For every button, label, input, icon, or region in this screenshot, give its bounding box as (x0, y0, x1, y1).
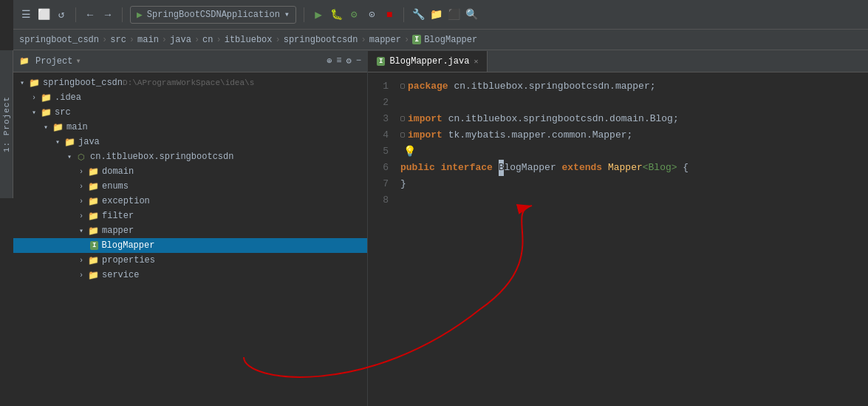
refresh-icon[interactable]: ↺ (55, 8, 68, 21)
tree-item-blogmapper[interactable]: I BlogMapper (13, 238, 367, 253)
tree-label-enums: enums (102, 181, 129, 192)
tree-label-package: cn.itbluebox.springbootcsdn (90, 152, 233, 162)
tree-item-package[interactable]: ▾ ⬡ cn.itbluebox.springbootcsdn (13, 149, 367, 164)
tree-item-mapper[interactable]: ▾ 📁 mapper (13, 223, 367, 238)
tree-label-src: src (55, 107, 71, 118)
tree-item-exception[interactable]: › 📁 exception (13, 194, 367, 209)
tree-label-idea: .idea (55, 92, 81, 103)
tree-label-exception: exception (102, 196, 150, 206)
tree-item-properties[interactable]: › 📁 properties (13, 253, 367, 268)
breadcrumb-blogmapper[interactable]: BlogMapper (424, 35, 477, 45)
add-icon[interactable]: ⊕ (327, 55, 332, 67)
code-line-7: } (400, 176, 868, 192)
tree-label-java: java (78, 137, 100, 147)
project-side-tab[interactable]: 1: Project (0, 50, 13, 198)
tree-label-main: main (66, 122, 88, 132)
ide-window: 1: Project ☰ ⬜ ↺ ← → ▶ SpringBootCSDNApp… (0, 0, 868, 406)
tree-item-root[interactable]: ▾ 📁 springboot_csdn D:\AProgramWorkSpace… (13, 75, 367, 90)
arrow-mapper: ▾ (75, 225, 87, 237)
folder-exception-icon: 📁 (87, 195, 99, 207)
breadcrumb-root[interactable]: springboot_csdn (19, 35, 99, 45)
arrow-java: ▾ (52, 136, 64, 148)
breadcrumb-java[interactable]: java (170, 35, 191, 45)
search-icon[interactable]: 🔍 (465, 8, 478, 21)
back-icon[interactable]: ← (83, 8, 97, 21)
tree-item-enums[interactable]: › 📁 enums (13, 179, 367, 194)
tree-path-root: D:\AProgramWorkSpace\idea\s (123, 78, 254, 87)
folder-src-icon: 📁 (40, 106, 52, 118)
save-icon[interactable]: ⬜ (37, 8, 50, 21)
tree-label-domain: domain (102, 166, 134, 177)
tree-item-src[interactable]: ▾ 📁 src (13, 105, 367, 120)
arrow-main: ▾ (40, 121, 52, 133)
lightbulb-icon: 💡 (403, 143, 416, 160)
tree-item-main[interactable]: ▾ 📁 main (13, 120, 367, 135)
breadcrumb-springbootcsdn[interactable]: springbootcsdn (284, 35, 358, 45)
run-icon[interactable]: ▶ (312, 8, 325, 21)
project-selector-label: SpringBootCSDNApplication (147, 10, 280, 20)
hamburger-icon[interactable]: ☰ (19, 8, 33, 21)
tree-label-filter: filter (102, 211, 134, 221)
breadcrumb-itbluebox[interactable]: itbluebox (225, 35, 273, 45)
arrow-src: ▾ (28, 106, 40, 118)
folder-mapper-icon: 📁 (87, 225, 99, 237)
package-icon: ⬡ (75, 151, 87, 163)
coverage-icon[interactable]: ⚙ (347, 8, 360, 21)
arrow-service: › (75, 269, 87, 281)
tree-label-properties: properties (102, 255, 155, 265)
code-line-6: public interface BlogMapper extends Mapp… (400, 160, 868, 176)
arrow-root: ▾ (16, 77, 28, 89)
toolbar: ☰ ⬜ ↺ ← → ▶ SpringBootCSDNApplication ▾ … (13, 0, 868, 30)
folder-main-icon: 📁 (52, 121, 64, 133)
forward-icon[interactable]: → (101, 8, 115, 21)
breadcrumb-main[interactable]: main (137, 35, 159, 45)
breadcrumb-src[interactable]: src (110, 35, 126, 45)
project-selector[interactable]: ▶ SpringBootCSDNApplication ▾ (130, 6, 296, 24)
code-editor[interactable]: 1 2 3 4 5 6 7 8 ▢package cn.itbluebox.sp… (368, 72, 868, 406)
code-line-8 (400, 192, 868, 209)
folder-domain-icon: 📁 (87, 166, 99, 177)
tree-label-mapper: mapper (102, 226, 134, 236)
toolbar-sep-3 (304, 7, 304, 22)
toolbar-sep-4 (403, 7, 404, 22)
breadcrumb-blogmapper-icon: I (412, 35, 421, 44)
breadcrumb: springboot_csdn › src › main › java › cn… (13, 30, 868, 50)
tree-label-service: service (102, 270, 139, 280)
tab-close-icon[interactable]: ✕ (474, 57, 478, 66)
code-content[interactable]: ▢package cn.itbluebox.springbootcsdn.map… (397, 78, 868, 400)
arrow-enums: › (75, 180, 87, 192)
code-line-4: ▢import tk.mybatis.mapper.common.Mapper; (400, 127, 868, 143)
tab-bar: I BlogMapper.java ✕ (368, 50, 868, 72)
tree-label-root: springboot_csdn (43, 78, 123, 88)
profile-icon[interactable]: ⊙ (365, 8, 378, 21)
tree-item-java[interactable]: ▾ 📁 java (13, 135, 367, 149)
arrow-idea: › (28, 92, 40, 104)
debug-icon[interactable]: 🐛 (329, 8, 343, 21)
tree-item-service[interactable]: › 📁 service (13, 268, 367, 282)
tree-item-filter[interactable]: › 📁 filter (13, 209, 367, 223)
terminal-icon[interactable]: ⬛ (447, 8, 460, 21)
toolbar-sep-2 (122, 7, 123, 22)
folder-filter-icon: 📁 (87, 210, 99, 222)
settings-icon[interactable]: 🔧 (411, 8, 425, 21)
tab-label: BlogMapper.java (389, 56, 469, 67)
tab-blogmapper[interactable]: I BlogMapper.java ✕ (368, 51, 488, 72)
folder-enums-icon: 📁 (87, 180, 99, 192)
file-tree: ▾ 📁 springboot_csdn D:\AProgramWorkSpace… (13, 72, 367, 406)
folder-java-icon: 📁 (64, 136, 75, 148)
breadcrumb-mapper[interactable]: mapper (369, 35, 401, 45)
code-line-3: ▢import cn.itbluebox.springbootcsdn.doma… (400, 111, 868, 127)
tree-item-domain[interactable]: › 📁 domain (13, 164, 367, 179)
gear-icon[interactable]: ⚙ (346, 55, 352, 67)
tree-item-idea[interactable]: › 📁 .idea (13, 90, 367, 105)
minimize-icon[interactable]: − (356, 55, 361, 67)
sync-icon[interactable]: ≡ (336, 55, 341, 67)
toolbar-sep-1 (75, 7, 76, 22)
panel-header: 📁 Project ▾ ⊕ ≡ ⚙ − (13, 50, 367, 72)
build-icon[interactable]: 📁 (429, 8, 442, 21)
chevron-down-icon: ▾ (284, 9, 290, 20)
breadcrumb-cn[interactable]: cn (202, 35, 213, 45)
stop-icon[interactable]: ■ (383, 8, 396, 21)
blogmapper-interface-badge: I (90, 241, 98, 250)
code-line-5: 💡 (400, 143, 868, 160)
